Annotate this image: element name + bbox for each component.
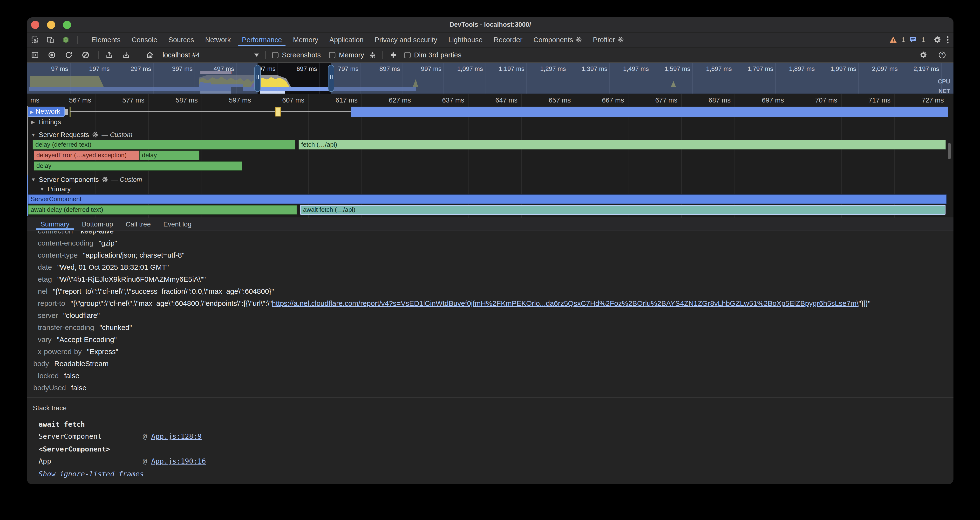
tab-network[interactable]: Network bbox=[200, 33, 236, 47]
overview-time-label: 1,997 ms bbox=[830, 65, 856, 73]
flame-bar-delay[interactable]: delay bbox=[139, 151, 199, 160]
device-toolbar-icon[interactable] bbox=[46, 36, 54, 44]
reload-record-icon[interactable] bbox=[65, 51, 73, 59]
memory-label[interactable]: Memory bbox=[339, 51, 364, 59]
tab-profiler[interactable]: Profiler bbox=[587, 33, 629, 47]
tab-event-log[interactable]: Event log bbox=[157, 218, 198, 231]
overview-time-label: 1,697 ms bbox=[706, 65, 732, 73]
settings-gear-icon[interactable] bbox=[933, 36, 942, 44]
property-value: "chunked" bbox=[99, 323, 132, 331]
inspect-element-icon[interactable] bbox=[31, 36, 39, 44]
property-value: "Accept-Encoding" bbox=[57, 336, 117, 343]
track-label-primary[interactable]: ▼ Primary bbox=[40, 185, 71, 193]
network-request-bar[interactable] bbox=[352, 107, 948, 117]
track-label-server-requests[interactable]: ▼ Server Requests — Custom bbox=[31, 131, 132, 139]
ruler-time-label: 567 ms bbox=[69, 97, 91, 104]
extension-icon[interactable] bbox=[62, 36, 70, 44]
flame-bar-await-fetch-api[interactable]: await fetch (…/api) bbox=[300, 205, 945, 215]
overview-time-label: 2,197 ms bbox=[913, 65, 939, 73]
property-row-bodyused: bodyUsedfalse bbox=[27, 382, 953, 394]
report-to-url-link[interactable]: https://a.nel.cloudflare.com/report/v4?s… bbox=[272, 299, 859, 307]
title-bar: DevTools - localhost:3000/ bbox=[27, 17, 953, 32]
toggle-sidebar-icon[interactable] bbox=[31, 51, 39, 59]
issues-message-icon[interactable] bbox=[909, 36, 918, 44]
frame-source-link[interactable]: App.js:190:16 bbox=[151, 457, 206, 465]
warning-icon[interactable] bbox=[889, 36, 897, 44]
frame-source-link[interactable]: App.js:128:9 bbox=[151, 432, 202, 440]
flame-bar-delayederror-ayed-exception[interactable]: delayedError (…ayed exception) bbox=[34, 151, 139, 160]
tab-label: Console bbox=[132, 33, 157, 47]
overview-time-label: 97 ms bbox=[51, 65, 68, 73]
flame-bar-await-delay-deferred-text[interactable]: await delay (deferred text) bbox=[28, 205, 297, 215]
memory-checkbox[interactable] bbox=[329, 52, 336, 58]
tab-privacy-and-security[interactable]: Privacy and security bbox=[369, 33, 443, 47]
devtools-tab-bar: ElementsConsoleSourcesNetworkPerformance… bbox=[27, 33, 953, 47]
flame-bar-delay-deferred-text[interactable]: delay (deferred text) bbox=[33, 140, 295, 149]
dim-3rd-parties-checkbox[interactable] bbox=[404, 52, 410, 58]
tab-bottom-up[interactable]: Bottom-up bbox=[76, 218, 119, 231]
tab-elements[interactable]: Elements bbox=[86, 33, 126, 47]
tab-performance[interactable]: Performance bbox=[236, 33, 288, 47]
dim-3rd-parties-label[interactable]: Dim 3rd parties bbox=[414, 51, 461, 59]
property-row-vary: vary"Accept-Encoding" bbox=[27, 334, 953, 346]
track-label-network[interactable]: ▶ Network bbox=[27, 107, 65, 117]
panel-settings-gear-icon[interactable] bbox=[919, 51, 928, 59]
react-atom-icon bbox=[617, 37, 624, 43]
tab-label: Components bbox=[533, 33, 573, 47]
stack-entry[interactable]: ServerComponent@ App.js:128:9 bbox=[38, 430, 202, 442]
property-key: vary bbox=[38, 336, 52, 343]
property-key: connection bbox=[38, 231, 73, 235]
property-value: "Wed, 01 Oct 2025 18:32:01 GMT" bbox=[57, 263, 169, 271]
property-value: "application/json; charset=utf-8" bbox=[83, 251, 185, 259]
tab-call-tree[interactable]: Call tree bbox=[119, 218, 157, 231]
network-resize-handle[interactable] bbox=[65, 109, 68, 115]
property-value: "gzip" bbox=[99, 239, 117, 247]
track-label-timings[interactable]: ▶Timings bbox=[31, 118, 61, 126]
ruler-time-label: 707 ms bbox=[815, 97, 837, 104]
tab-strip: ElementsConsoleSourcesNetworkPerformance… bbox=[86, 33, 629, 47]
tab-memory[interactable]: Memory bbox=[288, 33, 324, 47]
property-row-server: server"cloudflare" bbox=[27, 309, 953, 321]
ruler-unit-label: ms bbox=[30, 97, 39, 104]
load-profile-icon[interactable] bbox=[105, 51, 113, 59]
details-tab-bar: SummaryBottom-upCall treeEvent log bbox=[27, 218, 953, 231]
overview-right-handle[interactable] bbox=[328, 65, 334, 92]
overview-time-label: 297 ms bbox=[131, 65, 151, 73]
tab-label: Recorder bbox=[494, 33, 522, 47]
divider bbox=[77, 36, 78, 44]
tab-sources[interactable]: Sources bbox=[163, 33, 199, 47]
tab-components[interactable]: Components bbox=[528, 33, 587, 47]
flame-bar-servercomponent[interactable]: ServerComponent bbox=[28, 194, 947, 204]
track-label-server-components[interactable]: ▼ Server Components — Custom bbox=[31, 176, 142, 184]
clear-icon[interactable] bbox=[81, 51, 90, 59]
kebab-menu-icon[interactable] bbox=[945, 36, 950, 44]
stack-entry[interactable]: Show ignore-listed frames bbox=[38, 468, 144, 480]
home-icon[interactable] bbox=[146, 51, 154, 59]
flame-bar-delay[interactable]: delay bbox=[34, 161, 242, 171]
stack-entry[interactable]: App@ App.js:190:16 bbox=[38, 455, 206, 467]
show-ignore-listed-frames-link[interactable]: Show ignore-listed frames bbox=[38, 470, 144, 478]
timeline-overview[interactable]: CPU NET 97 ms197 ms297 ms397 ms497 ms597… bbox=[27, 63, 953, 94]
help-icon[interactable]: ? bbox=[938, 51, 946, 59]
tab-console[interactable]: Console bbox=[126, 33, 163, 47]
collapse-flame-icon[interactable] bbox=[389, 51, 398, 59]
screenshots-label[interactable]: Screenshots bbox=[282, 51, 321, 59]
save-profile-icon[interactable] bbox=[122, 51, 130, 59]
scrollbar-thumb[interactable] bbox=[948, 143, 951, 159]
network-selected-request[interactable] bbox=[275, 107, 281, 116]
record-icon[interactable] bbox=[48, 51, 56, 59]
flame-bar-fetch-api[interactable]: fetch (…/api) bbox=[299, 140, 946, 149]
react-atom-icon bbox=[102, 176, 108, 184]
screenshots-checkbox[interactable] bbox=[272, 52, 278, 58]
tab-recorder[interactable]: Recorder bbox=[488, 33, 528, 47]
tab-application[interactable]: Application bbox=[324, 33, 369, 47]
profile-select[interactable]: localhost #4 bbox=[162, 51, 259, 59]
property-key: x-powered-by bbox=[38, 348, 82, 356]
property-value: "}]}" bbox=[859, 299, 870, 307]
tab-lighthouse[interactable]: Lighthouse bbox=[443, 33, 488, 47]
garbage-collect-icon[interactable] bbox=[369, 51, 377, 59]
flame-chart[interactable]: ms 567 ms577 ms587 ms597 ms607 ms617 ms6… bbox=[27, 94, 953, 218]
tab-summary[interactable]: Summary bbox=[34, 218, 76, 231]
overview-left-handle[interactable] bbox=[255, 65, 261, 92]
react-atom-icon bbox=[92, 131, 99, 139]
